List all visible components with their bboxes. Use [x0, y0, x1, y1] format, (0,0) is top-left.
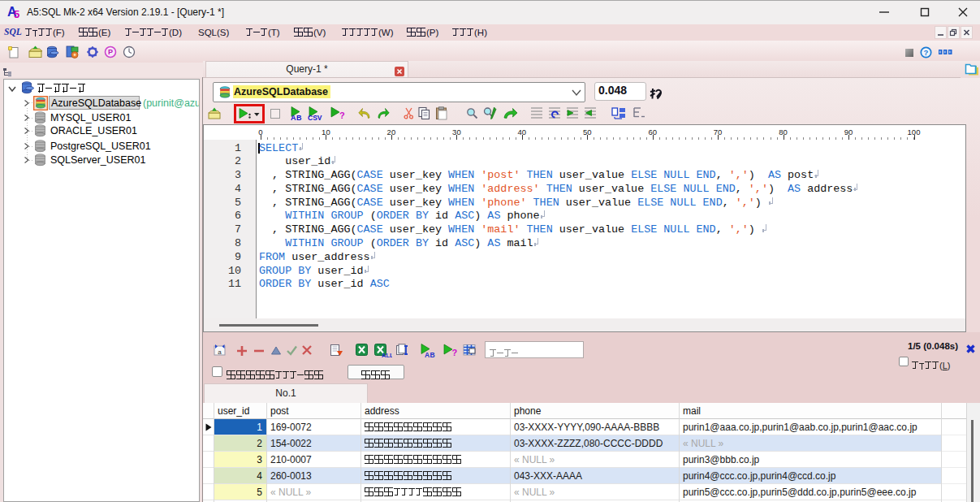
svg-text:A: A: [291, 114, 296, 121]
svg-text:?: ?: [924, 48, 929, 57]
svg-text:?: ?: [452, 348, 458, 357]
svg-text:A: A: [425, 351, 430, 358]
svg-text:?: ?: [339, 110, 345, 120]
svg-text:ALL: ALL: [382, 352, 392, 358]
svg-text:B: B: [430, 351, 435, 358]
svg-text:a: a: [218, 348, 222, 356]
svg-text:B: B: [296, 114, 302, 121]
svg-text:CSV: CSV: [308, 114, 322, 121]
svg-text:P: P: [108, 48, 113, 56]
